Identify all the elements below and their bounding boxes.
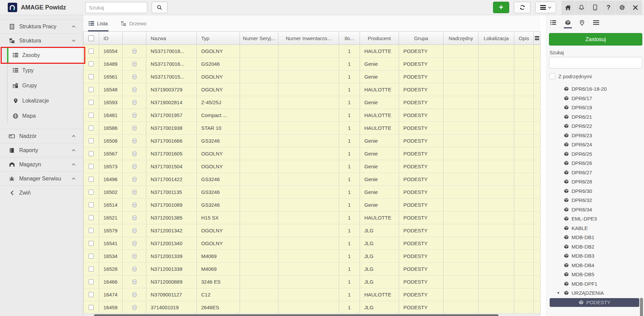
tab-drzewo[interactable]: Drzewo <box>120 15 147 31</box>
sidebar-item-nadzor[interactable]: Nadzór <box>0 129 83 143</box>
checkbox-icon[interactable] <box>89 254 94 259</box>
table-row[interactable]: 16541N3712001340OGOLNY1JLGPODESTY <box>84 237 540 250</box>
checkbox-icon[interactable] <box>89 125 94 131</box>
tree-item[interactable]: DPR6/22 <box>546 121 644 131</box>
table-row[interactable]: 16561NS37170015...OGOLNY1GeniePODESTY <box>84 70 540 83</box>
notifications-button[interactable] <box>575 1 588 15</box>
row-checkbox[interactable] <box>84 173 99 185</box>
table-row[interactable]: 16508N3717001666GS32461GeniePODESTY <box>84 135 540 147</box>
row-checkbox[interactable] <box>84 147 99 160</box>
row-checkbox[interactable] <box>84 288 99 301</box>
checkbox-icon[interactable] <box>89 292 94 297</box>
table-row[interactable]: 16567N3717001605OGOLNY1GeniePODESTY <box>84 147 540 160</box>
tree-expand-caret-icon[interactable]: ▾ <box>557 291 561 295</box>
column-menu-button[interactable] <box>534 32 541 45</box>
sidebar-item-grupy[interactable]: Grupy <box>7 78 83 93</box>
tree-item[interactable]: MDB-DB3 <box>546 251 644 261</box>
panel-tab-locations[interactable] <box>579 15 585 30</box>
home-button[interactable] <box>561 1 575 15</box>
table-row[interactable]: 16474N3709001127C121HAULOTTEPODESTY <box>84 288 540 301</box>
tree-item[interactable]: DPR6/17 <box>546 94 644 103</box>
table-row[interactable]: 16554NS37170018...OGOLNY1HAULOTTEPODESTY <box>84 45 540 58</box>
tree-item[interactable]: DPR6/25 <box>546 149 644 159</box>
table-row[interactable]: 16534N3712001339M40691JLGPODESTY <box>84 250 540 263</box>
column-header-desc[interactable]: Opis <box>514 32 534 45</box>
column-header-2[interactable] <box>123 32 146 45</box>
horizontal-scrollbar-thumb[interactable] <box>94 314 498 316</box>
checkbox-icon[interactable] <box>88 35 94 41</box>
checkbox-icon[interactable] <box>549 73 555 79</box>
column-header-inventory[interactable]: Numer Inwentarzo... <box>278 32 339 45</box>
tree-item[interactable]: DPR6/27 <box>546 168 644 177</box>
brand[interactable]: AMAGE Powidz <box>0 3 83 12</box>
table-row[interactable]: 16489NS37170016...GS20461GeniePODESTY <box>84 58 540 70</box>
tree-item[interactable]: DPR6/16-18-20 <box>546 84 644 94</box>
row-checkbox[interactable] <box>84 301 99 314</box>
checkbox-icon[interactable] <box>89 61 94 66</box>
checkbox-icon[interactable] <box>89 151 94 156</box>
panel-tab-groups[interactable] <box>564 15 572 30</box>
tree-item[interactable]: KABLE <box>546 224 644 233</box>
checkbox-icon[interactable] <box>89 100 94 105</box>
help-button[interactable]: ? <box>602 1 615 15</box>
checkbox-icon[interactable] <box>89 279 94 284</box>
sidebar-item-manager-serwisu[interactable]: Manager Serwisu <box>0 171 83 185</box>
column-header-group[interactable]: Grupa <box>399 32 443 45</box>
tree-item-selected[interactable]: PODESTY <box>550 298 639 307</box>
table-row[interactable]: 16579N3712001342OGOLNY1JLGPODESTY <box>84 224 540 237</box>
checkbox-icon[interactable] <box>89 87 94 92</box>
checkbox-icon[interactable] <box>89 241 94 246</box>
horizontal-scrollbar[interactable] <box>83 313 540 316</box>
column-header-type[interactable]: Typ <box>197 32 240 45</box>
sidebar-item-typy[interactable]: Typy <box>7 63 83 78</box>
mobile-button[interactable] <box>588 1 602 15</box>
tree-item[interactable]: DPR6/28 <box>546 177 644 186</box>
column-header-id[interactable]: ID <box>99 32 123 45</box>
row-checkbox[interactable] <box>84 237 99 250</box>
table-row[interactable]: 16496N3717001422GS32461GeniePODESTY <box>84 173 540 186</box>
menu-button[interactable] <box>535 2 556 13</box>
row-checkbox[interactable] <box>84 96 99 109</box>
sidebar-item-raporty[interactable]: Raporty <box>0 143 83 157</box>
row-checkbox[interactable] <box>84 58 99 70</box>
sidebar-item-lokalizacje[interactable]: Lokalizacje <box>7 93 83 108</box>
add-button[interactable]: + <box>493 2 509 13</box>
tree-item[interactable]: DPR6/19 <box>546 103 644 112</box>
tree-item[interactable]: DPR6/30 <box>546 186 644 196</box>
tree-item[interactable]: DPR6/34 <box>546 205 644 214</box>
tree-item[interactable]: DPR6/24 <box>546 140 644 149</box>
row-checkbox[interactable] <box>84 83 99 96</box>
sidebar-item-struktura-pracy[interactable]: Struktura Pracy <box>0 19 83 33</box>
row-checkbox[interactable] <box>84 211 99 224</box>
table-row[interactable]: 16586N3717001938STAR 101HAULOTTEPODESTY <box>84 122 540 135</box>
column-menu-icon[interactable] <box>535 35 539 41</box>
checkbox-icon[interactable] <box>89 266 94 271</box>
tree-item[interactable]: DPR6/23 <box>546 131 644 140</box>
apply-button[interactable]: Zastosuj <box>549 33 642 46</box>
tree-item[interactable]: DPR6/21 <box>546 112 644 122</box>
column-header-producer[interactable]: Producent <box>360 32 399 45</box>
checkbox-icon[interactable] <box>89 215 94 220</box>
table-row[interactable]: 16593N3719002814Z-45/25J1GeniePODESTY <box>84 96 540 109</box>
column-header-parent[interactable]: Nadrzędny <box>443 32 479 45</box>
select-all-checkbox[interactable] <box>84 32 99 45</box>
row-checkbox[interactable] <box>84 263 99 275</box>
column-header-qty[interactable]: Ilo... <box>339 32 360 45</box>
table-row[interactable]: 16521N3712001385H15 SX1HAULOTTEPODESTY <box>84 211 540 224</box>
row-checkbox[interactable] <box>84 276 99 288</box>
settings-button[interactable] <box>615 1 628 15</box>
sidebar-item-magazyn[interactable]: Magazyn <box>0 157 83 171</box>
table-row[interactable]: 16573N3717001504OGOLNY1GeniePODESTY <box>84 160 540 173</box>
close-button[interactable] <box>629 1 642 15</box>
checkbox-icon[interactable] <box>89 138 94 143</box>
row-checkbox[interactable] <box>84 109 99 121</box>
checkbox-icon[interactable] <box>89 228 94 233</box>
tree-item[interactable]: ▾URZĄDZENIA <box>546 288 644 298</box>
row-checkbox[interactable] <box>84 199 99 211</box>
table-row[interactable]: 16466N37120008893246 ES1JLGPODESTY <box>84 276 540 288</box>
tree-item[interactable]: MDB-DB2 <box>546 242 644 252</box>
tree-item[interactable]: EML-DPE3 <box>546 214 644 224</box>
tree-item[interactable]: MDB-DPF1 <box>546 279 644 289</box>
tab-lista[interactable]: Lista <box>88 15 109 31</box>
table-row[interactable]: 16481N3717001957Compact ...1HAULOTTEPODE… <box>84 109 540 122</box>
